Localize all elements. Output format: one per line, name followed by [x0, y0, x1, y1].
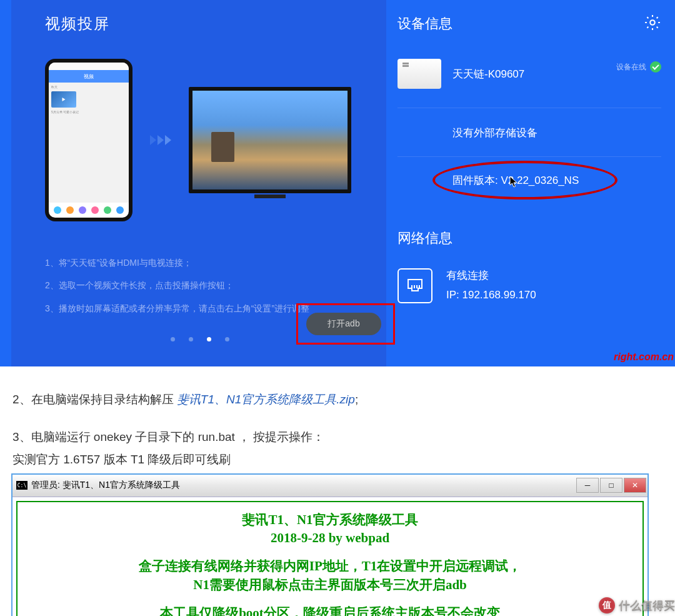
- svg-point-0: [650, 20, 654, 24]
- cmd-body: 斐讯T1、N1官方系统降级工具 2018-9-28 by webpad 盒子连接…: [12, 497, 648, 616]
- device-thumbnail: [398, 59, 441, 89]
- step-2: 2、在电脑端保持目录结构解压 斐讯T1、N1官方系统降级工具.zip;: [12, 389, 662, 410]
- close-button[interactable]: ✕: [624, 478, 646, 493]
- cmd-line: 本工具仅降级boot分区，降级重启后系统主版本号不会改变: [22, 604, 638, 616]
- instruction-1: 1、将“天天链”设备HDMI与电视连接；: [45, 251, 355, 274]
- download-link[interactable]: 斐讯T1、N1官方系统降级工具.zip: [177, 393, 355, 406]
- device-name: 天天链-K09607: [452, 67, 524, 81]
- connection-type: 有线连接: [446, 266, 536, 286]
- arrow-icon: [150, 135, 171, 145]
- cast-title: 视频投屏: [45, 14, 355, 34]
- firmware-highlight-annotation: [432, 161, 618, 199]
- storage-row[interactable]: 没有外部存储设备: [398, 108, 661, 157]
- page-dot-active[interactable]: [207, 337, 211, 341]
- maximize-button[interactable]: □: [600, 478, 622, 493]
- cmd-window: C:\ 管理员: 斐讯T1、N1官方系统降级工具 ─ □ ✕ 斐讯T1、N1官方…: [11, 473, 649, 616]
- cmd-line: 盒子连接有线网络并获得内网IP地址，T1在设置中开启远程调试，: [22, 557, 638, 575]
- ethernet-icon: [398, 268, 432, 303]
- device-info-title: 设备信息: [398, 14, 452, 33]
- cmd-line: N1需要使用鼠标点击主界面版本号三次开启adb: [22, 576, 638, 594]
- phone-sub-label: 5月分类 可爱小表记: [51, 110, 126, 114]
- instruction-2: 2、选取一个视频文件长按，点击投播操作按钮；: [45, 274, 355, 296]
- info-panel: 设备信息 天天链-K09607 设备在线 没有外部存储设备 固件版本: V2.2…: [398, 14, 661, 305]
- phone-day-label: 昨天: [51, 85, 126, 89]
- gear-icon[interactable]: [644, 14, 661, 34]
- page-dot[interactable]: [189, 337, 193, 341]
- ip-address: IP: 192.168.99.170: [446, 286, 536, 305]
- phone-mockup: 视频 昨天 5月分类 可爱小表记: [45, 59, 132, 221]
- step-3: 3、电脑端运行 onekey 子目录下的 run.bat ， 按提示操作：: [12, 427, 662, 448]
- source-watermark: right.com.cn: [614, 351, 674, 363]
- cmd-line: 2018-9-28 by webpad: [22, 529, 638, 547]
- page-dot[interactable]: [171, 337, 175, 341]
- worth-text: 什么值得买: [619, 598, 675, 613]
- network-title: 网络信息: [398, 229, 661, 248]
- article-body: 2、在电脑端保持目录结构解压 斐讯T1、N1官方系统降级工具.zip; 3、电脑…: [0, 366, 675, 471]
- cast-illustration: 视频 昨天 5月分类 可爱小表记: [45, 59, 355, 221]
- step-3-note: 实测官方 1.6T57 版本 T1 降级后即可线刷: [12, 449, 662, 470]
- cmd-line: 斐讯T1、N1官方系统降级工具: [22, 511, 638, 529]
- device-status: 设备在线: [616, 61, 661, 73]
- site-watermark: 值 什么值得买: [599, 597, 675, 613]
- network-row[interactable]: 有线连接 IP: 192.168.99.170: [398, 266, 661, 305]
- phone-header: 视频: [49, 70, 129, 83]
- page-dot[interactable]: [225, 337, 229, 341]
- worth-badge-icon: 值: [599, 597, 615, 613]
- check-icon: [650, 61, 661, 73]
- adb-highlight-annotation: [296, 303, 395, 345]
- status-text: 设备在线: [616, 62, 646, 73]
- device-row[interactable]: 天天链-K09607 设备在线: [398, 59, 661, 108]
- tv-mockup: [189, 87, 351, 193]
- cmd-titlebar[interactable]: C:\ 管理员: 斐讯T1、N1官方系统降级工具 ─ □ ✕: [12, 475, 648, 497]
- tv-interface: 视频投屏 视频 昨天 5月分类 可爱小表记: [0, 0, 675, 366]
- cmd-title-text: 管理员: 斐讯T1、N1官方系统降级工具: [31, 480, 180, 491]
- cmd-output: 斐讯T1、N1官方系统降级工具 2018-9-28 by webpad 盒子连接…: [16, 501, 644, 616]
- firmware-row[interactable]: 固件版本: V2.22_0326_NS: [398, 157, 661, 203]
- cmd-icon: C:\: [16, 481, 28, 490]
- minimize-button[interactable]: ─: [576, 478, 599, 493]
